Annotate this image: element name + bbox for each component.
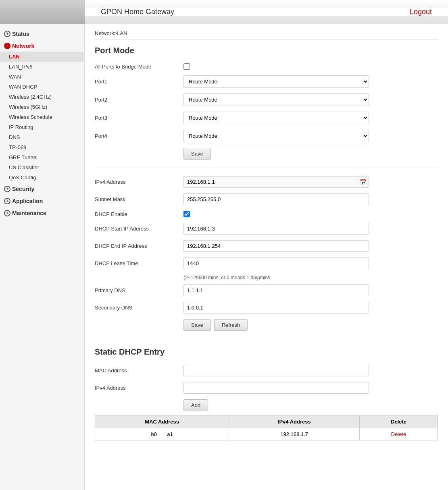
port1-row: Port1 Route Mode Bridge Mode — [95, 75, 438, 88]
security-expand-icon: + — [4, 186, 10, 192]
dhcp-end-label: DHCP End IP Address — [95, 243, 183, 249]
ipv4-address-label: IPv4 Address — [95, 179, 183, 185]
sidebar-status-label: Status — [12, 31, 29, 37]
port-mode-save-button[interactable]: Save — [183, 148, 211, 160]
sidebar-item-wan[interactable]: WAN — [0, 72, 84, 82]
sidebar-section-maintenance: + Maintenance — [0, 208, 84, 219]
table-header-ipv4: IPv4 Address — [229, 415, 360, 428]
sidebar-item-tr069[interactable]: TR-069 — [0, 142, 84, 152]
port2-label: Port2 — [95, 97, 183, 103]
dhcp-enable-row: DHCP Enable — [95, 211, 438, 217]
table-header-delete: Delete — [360, 415, 438, 428]
ipv4-address-row: IPv4 Address 📅 — [95, 176, 438, 188]
sidebar-section-status: + Status — [0, 28, 84, 39]
table-cell-ipv4: 192.168.1.7 — [229, 428, 360, 440]
dhcp-end-row: DHCP End IP Address — [95, 240, 438, 252]
sidebar: + Status - Network LAN LAN_IPv6 WAN WAN … — [0, 24, 85, 490]
subnet-mask-row: Subnet Mask — [95, 193, 438, 205]
layout: + Status - Network LAN LAN_IPv6 WAN WAN … — [0, 24, 448, 490]
sidebar-maintenance-label: Maintenance — [12, 210, 46, 216]
add-button[interactable]: Add — [183, 399, 208, 411]
static-ipv4-label: IPv4 Address — [95, 385, 183, 391]
network-sub-items: LAN LAN_IPv6 WAN WAN DHCP Wireless (2.4G… — [0, 52, 84, 183]
sidebar-network-label: Network — [12, 43, 34, 49]
port3-select[interactable]: Route Mode Bridge Mode — [183, 112, 369, 124]
sidebar-item-dns[interactable]: DNS — [0, 132, 84, 142]
static-dhcp-table: MAC Address IPv4 Address Delete b0 a1 19… — [95, 415, 438, 440]
primary-dns-input[interactable] — [183, 284, 369, 296]
port2-row: Port2 Route Mode Bridge Mode — [95, 93, 438, 106]
dhcp-end-input[interactable] — [183, 240, 369, 252]
status-expand-icon: + — [4, 31, 10, 37]
sidebar-item-lan[interactable]: LAN — [0, 52, 84, 62]
secondary-dns-row: Secondary DNS — [95, 302, 438, 314]
dhcp-start-label: DHCP Start IP Address — [95, 226, 183, 232]
dhcp-enable-checkbox[interactable] — [183, 211, 190, 217]
sidebar-item-lan-ipv6[interactable]: LAN_IPv6 — [0, 62, 84, 72]
ipv4-address-input[interactable] — [183, 176, 369, 188]
sidebar-item-security[interactable]: + Security — [0, 183, 84, 195]
sidebar-item-gre-tunnel[interactable]: GRE Tunnel — [0, 152, 84, 162]
sidebar-section-network: - Network LAN LAN_IPv6 WAN WAN DHCP Wire… — [0, 40, 84, 183]
all-ports-bridge-label: All Ports to Bridge Mode — [95, 64, 183, 70]
port4-select[interactable]: Route Mode Bridge Mode — [183, 130, 369, 142]
sidebar-item-wireless-24[interactable]: Wireless (2.4GHz) — [0, 92, 84, 102]
sidebar-item-network[interactable]: - Network — [0, 40, 84, 52]
static-ipv4-row: IPv4 Address — [95, 382, 438, 394]
sidebar-item-us-classifier[interactable]: US Classifier — [0, 162, 84, 172]
static-mac-label: MAC Address — [95, 368, 183, 374]
static-mac-input[interactable] — [183, 365, 369, 376]
dhcp-lease-input[interactable] — [183, 257, 369, 269]
dhcp-lease-hint: (2~129600 mins, or 0 means 1 day)mins. — [95, 275, 438, 280]
all-ports-bridge-checkbox[interactable] — [183, 63, 190, 70]
primary-dns-label: Primary DNS — [95, 287, 183, 293]
application-expand-icon: + — [4, 198, 10, 204]
divider-1 — [95, 168, 438, 168]
sidebar-item-status[interactable]: + Status — [0, 28, 84, 39]
secondary-dns-input[interactable] — [183, 302, 369, 314]
lan-save-button[interactable]: Save — [183, 319, 211, 331]
header: GPON Home Gateway Logout — [0, 0, 448, 24]
sidebar-item-wan-dhcp[interactable]: WAN DHCP — [0, 82, 84, 92]
sidebar-section-security: + Security — [0, 183, 84, 195]
table-header-mac: MAC Address — [95, 415, 229, 428]
delete-link[interactable]: Delete — [391, 431, 406, 437]
port2-select[interactable]: Route Mode Bridge Mode — [183, 93, 369, 106]
dhcp-start-input[interactable] — [183, 223, 369, 235]
sidebar-item-maintenance[interactable]: + Maintenance — [0, 208, 84, 219]
dhcp-lease-label: DHCP Lease Time — [95, 260, 183, 266]
primary-dns-row: Primary DNS — [95, 284, 438, 296]
table-cell-mac: b0 a1 — [95, 428, 229, 440]
sidebar-item-application[interactable]: + Application — [0, 195, 84, 207]
port3-row: Port3 Route Mode Bridge Mode — [95, 112, 438, 124]
lan-settings-btn-row: Save Refresh — [95, 319, 438, 331]
port-mode-btn-row: Save — [95, 148, 438, 160]
port-mode-title: Port Mode — [95, 46, 438, 55]
dhcp-lease-row: DHCP Lease Time — [95, 257, 438, 269]
sidebar-item-ip-routing[interactable]: IP Routing — [0, 122, 84, 132]
logout-button[interactable]: Logout — [410, 8, 432, 16]
port1-select[interactable]: Route Mode Bridge Mode — [183, 75, 369, 88]
sidebar-section-application: + Application — [0, 195, 84, 207]
app-title: GPON Home Gateway — [101, 8, 174, 16]
table-cell-delete: Delete — [360, 428, 438, 440]
network-expand-icon: - — [4, 43, 10, 49]
static-ipv4-input[interactable] — [183, 382, 369, 394]
port1-label: Port1 — [95, 79, 183, 85]
table-row: b0 a1 192.168.1.7 Delete — [95, 428, 438, 440]
all-ports-bridge-row: All Ports to Bridge Mode — [95, 63, 438, 70]
static-dhcp-title: Static DHCP Entry — [95, 347, 438, 357]
sidebar-item-wireless-schedule[interactable]: Wireless Schedule — [0, 112, 84, 122]
subnet-mask-label: Subnet Mask — [95, 196, 183, 202]
divider-2 — [95, 339, 438, 339]
port3-label: Port3 — [95, 115, 183, 121]
header-title-area: GPON Home Gateway Logout — [85, 8, 448, 16]
sidebar-item-qos-config[interactable]: QoS Config — [0, 172, 84, 183]
port4-row: Port4 Route Mode Bridge Mode — [95, 130, 438, 142]
main-content: Network>LAN Port Mode All Ports to Bridg… — [85, 24, 448, 490]
lan-refresh-button[interactable]: Refresh — [214, 319, 248, 331]
subnet-mask-input[interactable] — [183, 193, 369, 205]
ipv4-address-input-wrapper: 📅 — [183, 176, 369, 188]
sidebar-application-label: Application — [12, 198, 43, 204]
sidebar-item-wireless-5[interactable]: Wireless (5GHz) — [0, 102, 84, 112]
